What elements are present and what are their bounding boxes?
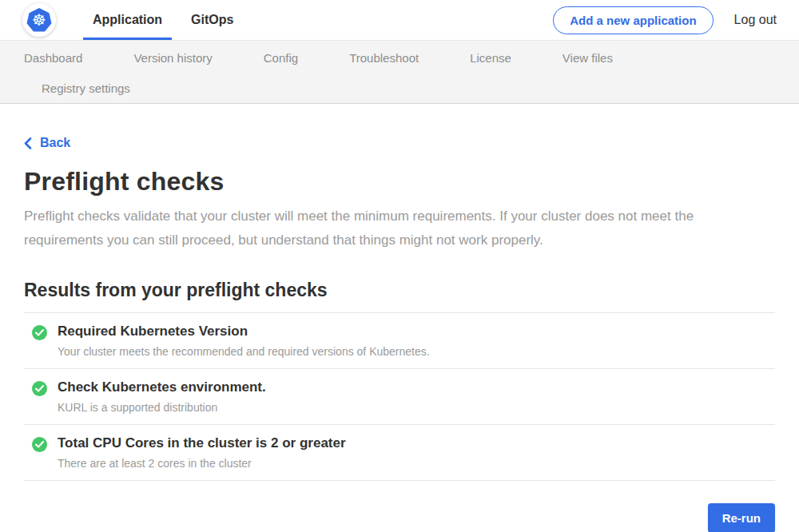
subnav-item-registry-settings[interactable]: Registry settings bbox=[42, 81, 130, 95]
check-item-kubernetes-version: Required Kubernetes Version Your cluster… bbox=[24, 313, 775, 369]
chevron-left-icon bbox=[24, 137, 32, 149]
primary-tabs: Application GitOps bbox=[83, 0, 252, 40]
page-description: Preflight checks validate that your clus… bbox=[24, 204, 775, 252]
subnav-item-dashboard[interactable]: Dashboard bbox=[24, 51, 82, 65]
rerun-button[interactable]: Re-run bbox=[708, 503, 775, 532]
svg-text:☸: ☸ bbox=[32, 10, 46, 30]
check-detail: There are at least 2 cores in the cluste… bbox=[58, 457, 346, 470]
check-body: Check Kubernetes environment. KURL is a … bbox=[58, 379, 266, 414]
checkmark-glyph bbox=[35, 329, 44, 336]
check-title: Check Kubernetes environment. bbox=[58, 379, 266, 395]
results-heading: Results from your preflight checks bbox=[24, 280, 775, 301]
check-body: Required Kubernetes Version Your cluster… bbox=[58, 324, 430, 358]
check-title: Required Kubernetes Version bbox=[58, 324, 430, 339]
check-detail: Your cluster meets the recommended and r… bbox=[58, 345, 430, 358]
check-pass-icon bbox=[32, 437, 47, 452]
add-application-button[interactable]: Add a new application bbox=[553, 6, 713, 34]
subnav-item-config[interactable]: Config bbox=[264, 51, 298, 65]
logout-link[interactable]: Log out bbox=[734, 13, 777, 27]
subnav-item-version-history[interactable]: Version history bbox=[133, 51, 212, 65]
back-link[interactable]: Back bbox=[24, 136, 70, 150]
app-subnav: Dashboard Version history Config Trouble… bbox=[0, 40, 799, 104]
check-title: Total CPU Cores in the cluster is 2 or g… bbox=[58, 435, 346, 451]
topnav-right: Add a new application Log out bbox=[553, 6, 777, 34]
subnav-item-view-files[interactable]: View files bbox=[562, 51, 613, 65]
tab-gitops[interactable]: GitOps bbox=[181, 0, 243, 40]
subnav-item-license[interactable]: License bbox=[470, 51, 511, 65]
subnav-item-troubleshoot[interactable]: Troubleshoot bbox=[349, 51, 419, 65]
subnav-row-2: Registry settings bbox=[24, 73, 775, 103]
checkmark-glyph bbox=[35, 441, 44, 448]
check-item-cpu-cores: Total CPU Cores in the cluster is 2 or g… bbox=[24, 425, 775, 481]
top-navbar: ☸ Application GitOps Add a new applicati… bbox=[0, 0, 799, 40]
preflight-page: Back Preflight checks Preflight checks v… bbox=[0, 104, 799, 481]
check-item-kubernetes-environment: Check Kubernetes environment. KURL is a … bbox=[24, 369, 775, 425]
footer-actions: Re-run bbox=[0, 481, 799, 532]
check-detail: KURL is a supported distribution bbox=[58, 401, 266, 414]
check-pass-icon bbox=[32, 381, 47, 396]
kubernetes-logo[interactable]: ☸ bbox=[22, 3, 56, 37]
tab-application[interactable]: Application bbox=[83, 0, 172, 40]
page-title: Preflight checks bbox=[24, 167, 775, 197]
check-pass-icon bbox=[32, 325, 47, 340]
check-body: Total CPU Cores in the cluster is 2 or g… bbox=[58, 435, 346, 470]
checkmark-glyph bbox=[35, 385, 44, 392]
kubernetes-logo-icon: ☸ bbox=[26, 6, 53, 34]
preflight-results-list: Required Kubernetes Version Your cluster… bbox=[24, 312, 775, 481]
back-link-label: Back bbox=[40, 136, 70, 150]
subnav-row-1: Dashboard Version history Config Trouble… bbox=[24, 42, 775, 73]
